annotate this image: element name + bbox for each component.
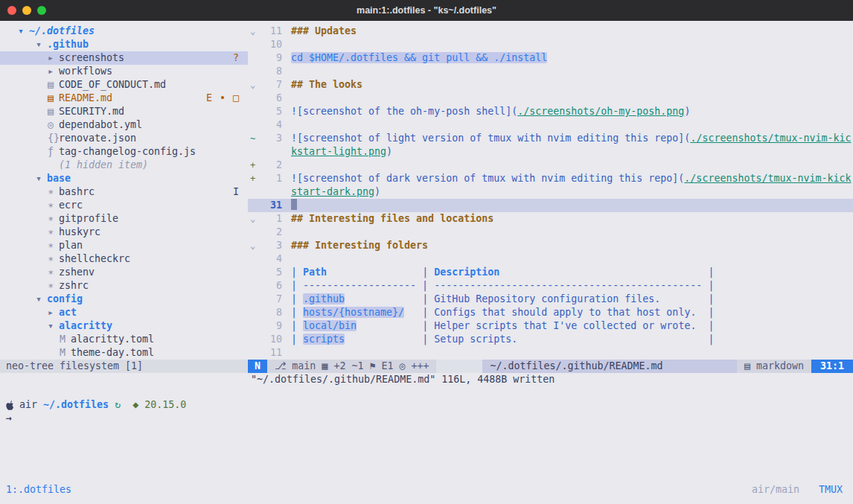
tmux-window-label[interactable]: 1:.dotfiles xyxy=(0,483,71,497)
chevron-down-icon: ▾ xyxy=(48,319,59,333)
tree-item[interactable]: ▤CODE_OF_CONDUCT.md xyxy=(0,78,248,92)
tree-item[interactable]: (1 hidden item) xyxy=(0,159,248,172)
editor-line[interactable]: 8| hosts/{hostname}/ | Configs that shou… xyxy=(248,306,853,319)
editor-line[interactable]: ⌄11### Updates xyxy=(248,25,853,38)
tree-item[interactable]: ∗ecrc xyxy=(0,199,248,212)
tree-item[interactable]: ▾config xyxy=(0,293,248,306)
zoom-button[interactable] xyxy=(37,6,46,15)
tree-item[interactable]: ∗plan xyxy=(0,239,248,252)
tree-item-label: renovate.json xyxy=(59,132,136,145)
line-number: 5 xyxy=(260,105,282,118)
tree-item[interactable]: ▤SECURITY.md xyxy=(0,105,248,118)
status-badge: E xyxy=(206,92,212,105)
code-segment: | xyxy=(422,267,434,278)
chevron-right-icon: ▸ xyxy=(48,51,59,65)
file-icon: ∗ xyxy=(48,239,59,252)
editor-line[interactable]: 11 xyxy=(248,346,853,360)
editor-cursor-line[interactable]: 31 xyxy=(248,199,853,212)
editor-line[interactable]: ⌄7## The looks xyxy=(248,78,853,92)
fold-icon: ⌄ xyxy=(248,25,260,38)
line-number: 8 xyxy=(260,306,282,319)
tree-item[interactable]: ▾base xyxy=(0,172,248,185)
editor-line[interactable]: 8 xyxy=(248,65,853,78)
tree-item[interactable]: Malacritty.toml xyxy=(0,333,248,346)
tree-item[interactable]: ∗zshenv xyxy=(0,266,248,279)
file-icon: ◎ xyxy=(48,118,59,132)
editor-line[interactable]: 5![screenshot of the oh-my-posh shell](.… xyxy=(248,105,853,118)
editor-line[interactable]: ⌄3### Interesting folders xyxy=(248,239,853,252)
mode-indicator: N xyxy=(248,360,267,373)
editor-line[interactable]: 6 xyxy=(248,92,853,105)
editor-line[interactable]: 9cd $HOME/.dotfiles && git pull && ./ins… xyxy=(248,51,853,65)
editor-line[interactable]: 10| scripts | Setup scripts. | xyxy=(248,333,853,346)
editor-line[interactable]: 5| Path | Description | xyxy=(248,266,853,279)
editor-line[interactable]: 2 xyxy=(248,226,853,239)
shell-input-line[interactable]: → xyxy=(0,412,853,425)
minimize-button[interactable] xyxy=(22,6,31,15)
close-button[interactable] xyxy=(7,6,16,15)
tree-item[interactable]: ▤README.mdE•□ xyxy=(0,92,248,105)
editor-line[interactable]: 4 xyxy=(248,252,853,266)
tree-item[interactable]: ƒtag-changelog-config.js xyxy=(0,145,248,159)
line-text xyxy=(282,118,853,132)
editor-line[interactable]: ⌄1## Interesting files and locations xyxy=(248,212,853,226)
tree-item[interactable]: ∗huskyrc xyxy=(0,226,248,239)
line-text xyxy=(282,346,853,360)
line-number: 10 xyxy=(260,38,282,51)
line-number: 6 xyxy=(260,279,282,293)
tree-item[interactable]: ∗bashrcI xyxy=(0,185,248,199)
line-number: 5 xyxy=(260,266,282,279)
tree-item[interactable]: ▸workflows xyxy=(0,65,248,78)
line-text: | Path | Description | xyxy=(282,266,853,279)
editor-line[interactable]: 9| local/bin | Helper scripts that I've … xyxy=(248,319,853,333)
tree-item-label: theme-day.toml xyxy=(71,346,154,360)
gutter-spacer xyxy=(248,92,260,105)
file-icon: ∗ xyxy=(48,185,59,199)
tree-item[interactable]: ▸act xyxy=(0,306,248,319)
code-segment: Helper scripts that I've collected or wr… xyxy=(434,320,708,331)
chevron-down-icon: ▾ xyxy=(36,38,47,51)
titlebar: main:1:.dotfiles - "ks~/.dotfiles" xyxy=(0,0,853,21)
editor-line[interactable]: +2 xyxy=(248,159,853,172)
tree-item-label: ~/.dotfiles xyxy=(29,25,95,38)
line-number: 9 xyxy=(260,51,282,65)
file-icon: ∗ xyxy=(48,212,59,226)
file-icon: ∗ xyxy=(48,279,59,293)
gutter-spacer xyxy=(248,226,260,239)
code-segment: | xyxy=(422,320,434,331)
line-number: 1 xyxy=(260,172,282,185)
editor-line[interactable]: 6| ------------------- | ---------------… xyxy=(248,279,853,293)
status-badge: • xyxy=(220,92,226,105)
tree-item[interactable]: ▾~/.dotfiles xyxy=(0,25,248,38)
tree-item[interactable]: ▾alacritty xyxy=(0,319,248,333)
editor-line[interactable]: +1![screenshot of dark version of tmux w… xyxy=(248,172,853,185)
tree-item[interactable]: Mtheme-day.toml xyxy=(0,346,248,360)
editor-line[interactable]: kstart-light.png) xyxy=(248,145,853,159)
editor-line[interactable]: start-dark.png) xyxy=(248,185,853,199)
file-icon: ∗ xyxy=(48,199,59,212)
statusline-spacer xyxy=(436,360,482,373)
editor-line[interactable]: 4 xyxy=(248,118,853,132)
code-segment: | xyxy=(291,267,303,278)
tree-item[interactable]: ∗shellcheckrc xyxy=(0,252,248,266)
tree-item[interactable]: ∗zshrc xyxy=(0,279,248,293)
code-segment: ### Interesting folders xyxy=(291,240,428,251)
editor-line[interactable]: ~3![screenshot of light version of tmux … xyxy=(248,132,853,145)
editor-line[interactable]: 10 xyxy=(248,38,853,51)
tree-item[interactable]: ∗gitprofile xyxy=(0,212,248,226)
line-text: ![screenshot of light version of tmux wi… xyxy=(282,132,853,145)
tree-item[interactable]: ▸screenshots? xyxy=(0,51,248,65)
code-segment: ./screenshots/tmux-nvim-kic xyxy=(690,133,851,144)
line-number: 4 xyxy=(260,118,282,132)
tmux-right: air/main TMUX xyxy=(752,483,853,497)
gutter-spacer xyxy=(248,105,260,118)
fold-icon: ⌄ xyxy=(248,239,260,252)
file-icon: ▤ xyxy=(48,105,59,118)
tree-item[interactable]: ◎dependabot.yml xyxy=(0,118,248,132)
gutter-spacer xyxy=(248,279,260,293)
tree-item[interactable]: {}renovate.json xyxy=(0,132,248,145)
chevron-down-icon: ▾ xyxy=(18,25,29,38)
tree-item[interactable]: ▾.github xyxy=(0,38,248,51)
code-segment: | ------------------- | ----------------… xyxy=(291,280,714,291)
editor-line[interactable]: 7| .github | GitHub Repository configura… xyxy=(248,293,853,306)
